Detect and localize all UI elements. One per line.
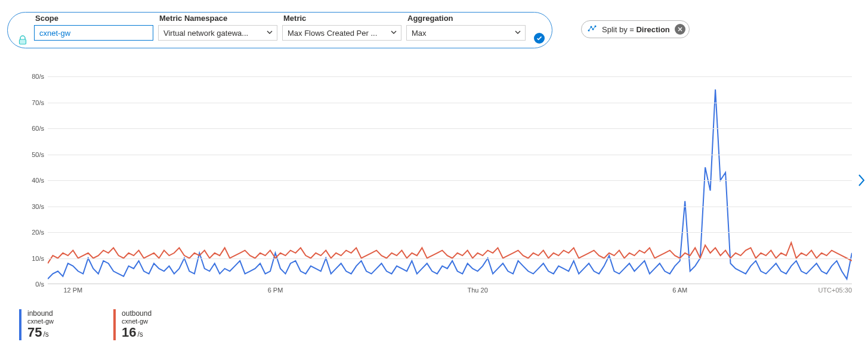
y-axis-labels: 0/s10/s20/s30/s40/s50/s60/s70/s80/s	[19, 76, 47, 284]
chevron-down-icon	[266, 29, 273, 38]
y-tick-label: 20/s	[32, 229, 44, 236]
scope-field: Scope	[34, 14, 153, 41]
splitby-pill[interactable]: Split by = Direction	[581, 20, 690, 38]
metric-field: Metric Max Flows Created Per ...	[282, 14, 401, 41]
aggregation-field: Aggregation Max	[406, 14, 526, 41]
y-tick-label: 50/s	[32, 151, 44, 158]
grid-line	[48, 258, 852, 259]
confirm-icon[interactable]	[534, 33, 545, 44]
series-outbound	[48, 242, 852, 263]
legend-value: 16/s	[122, 325, 152, 340]
legend-resource-name: cxnet-gw	[27, 318, 54, 325]
aggregation-label: Aggregation	[406, 14, 526, 23]
legend-series-name: outbound	[122, 309, 152, 318]
namespace-value: Virtual network gatewa...	[163, 29, 248, 38]
metric-dropdown[interactable]: Max Flows Created Per ...	[282, 25, 401, 41]
legend-text: inboundcxnet-gw75/s	[27, 309, 54, 340]
y-tick-label: 30/s	[32, 203, 44, 210]
chevron-down-icon	[390, 29, 397, 38]
legend-item-inbound[interactable]: inboundcxnet-gw75/s	[19, 309, 54, 340]
scatter-icon	[588, 24, 597, 35]
metrics-chart: 0/s10/s20/s30/s40/s50/s60/s70/s80/s UTC+…	[19, 76, 852, 297]
y-tick-label: 60/s	[32, 125, 44, 132]
x-tick-label: 6 PM	[268, 287, 283, 294]
grid-line	[48, 76, 852, 77]
grid-line	[48, 232, 852, 233]
y-tick-label: 40/s	[32, 177, 44, 184]
x-tick-label: 12 PM	[63, 287, 82, 294]
legend-text: outboundcxnet-gw16/s	[122, 309, 152, 340]
svg-rect-0	[20, 39, 26, 44]
aggregation-dropdown[interactable]: Max	[406, 25, 526, 41]
lock-icon	[18, 35, 27, 47]
metric-value: Max Flows Created Per ...	[288, 29, 377, 38]
legend-swatch	[113, 309, 116, 340]
grid-line	[48, 207, 852, 207]
grid-line	[48, 103, 852, 103]
y-tick-label: 0/s	[35, 281, 44, 288]
namespace-field: Metric Namespace Virtual network gatewa.…	[158, 14, 277, 41]
namespace-label: Metric Namespace	[158, 14, 277, 23]
splitby-text: Split by = Direction	[602, 25, 670, 34]
metric-filter-bubble: Scope Metric Namespace Virtual network g…	[7, 12, 552, 48]
legend-value: 75/s	[27, 325, 54, 340]
chevron-down-icon	[514, 29, 521, 38]
namespace-dropdown[interactable]: Virtual network gatewa...	[158, 25, 277, 41]
x-tick-label: Thu 20	[468, 287, 488, 294]
legend-item-outbound[interactable]: outboundcxnet-gw16/s	[113, 309, 152, 340]
aggregation-value: Max	[412, 29, 427, 38]
scope-label: Scope	[34, 14, 153, 23]
y-tick-label: 70/s	[32, 99, 44, 106]
timezone-label: UTC+05:30	[818, 287, 852, 294]
series-inbound	[48, 90, 852, 279]
legend-swatch	[19, 309, 21, 340]
chart-legend: inboundcxnet-gw75/soutboundcxnet-gw16/s	[19, 309, 152, 340]
grid-line	[48, 180, 852, 181]
metric-label: Metric	[282, 14, 401, 23]
grid-line	[48, 155, 852, 155]
x-tick-label: 6 AM	[672, 287, 687, 294]
x-axis-labels: UTC+05:30 12 PM6 PMThu 206 AM	[48, 287, 852, 297]
plot-area[interactable]	[48, 76, 852, 284]
y-tick-label: 80/s	[32, 73, 44, 80]
grid-line	[48, 128, 852, 129]
legend-resource-name: cxnet-gw	[122, 318, 152, 325]
legend-series-name: inbound	[27, 309, 54, 318]
scope-input[interactable]	[34, 25, 153, 41]
chevron-right-icon[interactable]	[857, 173, 866, 189]
y-tick-label: 10/s	[32, 255, 44, 262]
close-icon[interactable]	[675, 24, 685, 35]
